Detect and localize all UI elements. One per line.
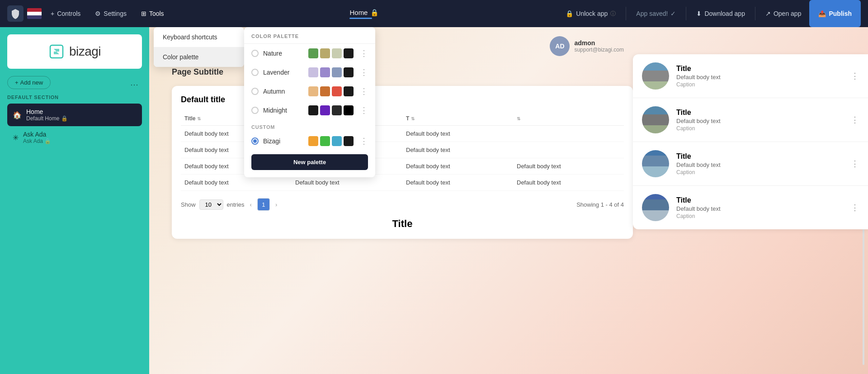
color-swatch [344, 136, 354, 146]
list-item-more-button[interactable]: ⋮ [851, 159, 859, 169]
palette-lavender-colors [308, 67, 354, 77]
color-swatch [332, 136, 342, 146]
palette-bizagi-radio[interactable] [251, 137, 259, 145]
avatar [642, 150, 669, 177]
check-icon: ✓ [670, 10, 676, 17]
palette-autumn-colors [308, 86, 354, 96]
keyboard-shortcuts-item[interactable]: Keyboard shortcuts [154, 27, 244, 47]
palette-midnight-more[interactable]: ⋮ [360, 105, 368, 115]
color-swatch [320, 105, 330, 115]
bizagi-logo: bizagi [7, 34, 142, 69]
showing-text: Showing 1 - 4 of 4 [576, 201, 624, 208]
palette-nature-colors [308, 48, 354, 58]
color-swatch [344, 86, 354, 96]
palette-autumn-row[interactable]: Autumn ⋮ [244, 82, 375, 101]
next-page-button[interactable]: › [275, 201, 277, 208]
lock-icon: 🔒 [370, 9, 379, 17]
page-1-button[interactable]: 1 [257, 198, 270, 211]
color-swatch [308, 86, 318, 96]
sidebar: bizagi + Add new ⋯ DEFAULT SECTION 🏠 Hom… [0, 27, 149, 374]
palette-lavender-more[interactable]: ⋮ [360, 67, 368, 77]
palette-autumn-radio[interactable] [251, 88, 259, 95]
palette-autumn-more[interactable]: ⋮ [360, 86, 368, 96]
color-swatch [308, 105, 318, 115]
avatar [642, 194, 669, 221]
sidebar-top: + Add new ⋯ [7, 76, 142, 89]
table-card: Default title Title ⇅ T ⇅ T ⇅ ⇅ Default … [172, 86, 633, 239]
color-swatch [308, 67, 318, 77]
settings-button[interactable]: ⚙ Settings [90, 7, 132, 20]
app-logo [7, 5, 24, 22]
palette-lavender-radio[interactable] [251, 69, 259, 76]
color-swatch [308, 136, 318, 146]
color-swatch [308, 48, 318, 58]
tools-dropdown: Keyboard shortcuts Color palette [154, 27, 244, 67]
list-item-more-button[interactable]: ⋮ [851, 115, 859, 125]
lock-icon: 🔒 [566, 10, 573, 17]
color-palette-header: COLOR PALETTE [244, 27, 375, 44]
topnav: + Controls ⚙ Settings ⊞ Tools Home 🔒 🔒 U… [0, 0, 868, 27]
publish-button[interactable]: 📤 Publish [809, 0, 861, 27]
show-entries: Show 102550 entries [181, 199, 245, 210]
avatar [642, 62, 669, 90]
tools-button[interactable]: ⊞ Tools [136, 7, 170, 20]
palette-nature-more[interactable]: ⋮ [360, 48, 368, 58]
palette-bizagi-more[interactable]: ⋮ [360, 136, 368, 146]
color-swatch [332, 105, 342, 115]
nav-right: 🔒 Unlock app ⓘ App saved! ✓ ⬇ Download a… [559, 0, 861, 27]
col-header-t4: ⇅ [513, 112, 624, 126]
controls-button[interactable]: + Controls [45, 7, 86, 20]
list-item: Title Default body text Caption ⋮ [633, 142, 868, 186]
flag-icon [27, 8, 42, 19]
plus-icon: + [51, 10, 54, 17]
color-palette-panel: COLOR PALETTE Nature ⋮ Lavender ⋮ Autumn [244, 27, 375, 177]
home-nav-item[interactable]: Home 🔒 [349, 9, 379, 19]
app-saved-status: App saved! ✓ [630, 7, 682, 20]
user-info: admon support@bizagi.com [574, 39, 624, 53]
list-item-content: Title Default body text Caption [676, 196, 844, 219]
entries-select[interactable]: 102550 [199, 199, 223, 210]
prev-page-button[interactable]: ‹ [250, 201, 252, 208]
sidebar-item-ask-ada[interactable]: ✳ Ask Ada Ask Ada 🔒 [7, 126, 142, 149]
color-swatch [344, 48, 354, 58]
palette-bizagi-colors [308, 136, 354, 146]
palette-lavender-row[interactable]: Lavender ⋮ [244, 63, 375, 82]
list-item: Title Default body text Caption ⋮ [633, 54, 868, 98]
color-swatch [332, 48, 342, 58]
divider [755, 7, 755, 20]
palette-nature-radio[interactable] [251, 50, 259, 57]
home-icon: 🏠 [13, 111, 22, 119]
palette-midnight-row[interactable]: Midnight ⋮ [244, 101, 375, 120]
list-item-content: Title Default body text Caption [676, 152, 844, 175]
gear-icon: ⚙ [95, 10, 101, 17]
add-new-button[interactable]: + Add new [7, 76, 51, 89]
user-avatar: AD [550, 36, 570, 56]
divider [686, 7, 686, 20]
unlock-app-button[interactable]: 🔒 Unlock app ⓘ [559, 7, 622, 20]
new-palette-button[interactable]: New palette [251, 154, 368, 170]
download-app-button[interactable]: ⬇ Download app [690, 7, 751, 20]
nav-center: Home 🔒 [173, 9, 556, 19]
palette-bizagi-row[interactable]: Bizagi ⋮ [244, 132, 375, 151]
sidebar-section-label: DEFAULT SECTION [7, 95, 142, 100]
divider [626, 7, 626, 20]
color-swatch [332, 67, 342, 77]
table-pagination: Show 102550 entries ‹ 1 › Showing 1 - 4 … [181, 198, 624, 211]
col-header-t3[interactable]: T ⇅ [402, 112, 513, 126]
palette-nature-row[interactable]: Nature ⋮ [244, 44, 375, 63]
open-app-button[interactable]: ↗ Open app [759, 7, 808, 20]
card-bottom-title: Title [181, 218, 624, 230]
list-item-more-button[interactable]: ⋮ [851, 203, 859, 213]
user-area: AD admon support@bizagi.com [550, 36, 624, 56]
list-item-more-button[interactable]: ⋮ [851, 71, 859, 81]
custom-label: Custom [244, 120, 375, 132]
color-swatch [344, 67, 354, 77]
external-link-icon: ↗ [765, 10, 771, 17]
list-item-content: Title Default body text Caption [676, 65, 844, 88]
list-card: Title Default body text Caption ⋮ Title … [633, 54, 868, 229]
sidebar-more-button[interactable]: ⋯ [130, 80, 138, 90]
sidebar-item-home[interactable]: 🏠 Home Default Home 🔒 [7, 104, 142, 126]
palette-midnight-radio[interactable] [251, 107, 259, 114]
color-swatch [320, 86, 330, 96]
color-palette-item[interactable]: Color palette [154, 47, 244, 67]
